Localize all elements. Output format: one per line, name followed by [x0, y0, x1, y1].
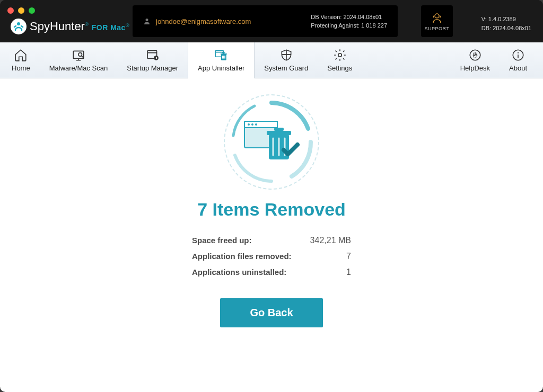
minimize-icon[interactable]	[18, 7, 24, 14]
support-icon	[430, 11, 444, 25]
tab-malware-scan[interactable]: Malware/Mac Scan	[40, 42, 118, 78]
traffic-lights	[7, 7, 35, 14]
svg-point-4	[78, 53, 82, 57]
svg-point-17	[255, 123, 257, 126]
startup-icon	[146, 48, 160, 62]
svg-point-9	[338, 54, 342, 57]
stat-label: Space freed up:	[192, 236, 252, 245]
home-icon	[14, 48, 28, 62]
shield-icon	[279, 48, 293, 62]
stat-value: 342,21 MB	[310, 236, 351, 245]
stat-row: Application files removed: 7	[192, 252, 351, 261]
header-info-box: johndoe@enigmasoftware.com DB Version: 2…	[133, 5, 398, 37]
svg-point-1	[146, 19, 148, 21]
svg-point-12	[518, 52, 519, 54]
result-headline: 7 Items Removed	[197, 199, 346, 220]
svg-point-2	[435, 14, 439, 18]
stat-row: Space freed up: 342,21 MB	[192, 236, 351, 245]
app-window: SpyHunter® FOR Mac® johndoe@enigmasoftwa…	[0, 0, 543, 392]
version-info: V: 1.4.0.2389 DB: 2024.04.08x01	[481, 15, 531, 32]
stat-label: Applications uninstalled:	[192, 268, 286, 277]
scan-icon	[72, 48, 85, 62]
titlebar: SpyHunter® FOR Mac® johndoe@enigmasoftwa…	[0, 0, 543, 42]
stat-value: 7	[346, 252, 351, 261]
result-stats: Space freed up: 342,21 MB Application fi…	[192, 236, 351, 277]
uninstaller-icon	[214, 48, 228, 62]
maximize-icon[interactable]	[29, 7, 35, 14]
trash-window-icon	[242, 118, 301, 166]
tab-helpdesk[interactable]: HelpDesk	[451, 42, 500, 78]
tab-settings[interactable]: Settings	[318, 42, 362, 78]
svg-rect-20	[274, 128, 284, 131]
svg-point-16	[251, 123, 253, 126]
app-logo: SpyHunter® FOR Mac®	[11, 19, 129, 34]
svg-rect-19	[267, 131, 291, 135]
tab-startup-manager[interactable]: Startup Manager	[117, 42, 188, 78]
main-toolbar: Home Malware/Mac Scan Startup Manager Ap…	[0, 42, 543, 78]
main-content: 7 Items Removed Space freed up: 342,21 M…	[0, 78, 543, 392]
tab-home[interactable]: Home	[2, 42, 40, 78]
stat-label: Application files removed:	[192, 252, 292, 261]
db-info: DB Version: 2024.04.08x01 Protecting Aga…	[311, 13, 387, 30]
svg-point-0	[17, 22, 20, 25]
stat-value: 1	[346, 268, 351, 277]
stat-row: Applications uninstalled: 1	[192, 268, 351, 277]
tab-app-uninstaller[interactable]: App Uninstaller	[188, 42, 255, 78]
svg-point-15	[248, 123, 250, 126]
support-button[interactable]: SUPPORT	[421, 5, 453, 37]
result-illustration	[224, 94, 319, 190]
tab-system-guard[interactable]: System Guard	[255, 42, 318, 78]
info-icon	[511, 48, 525, 62]
app-name: SpyHunter® FOR Mac®	[30, 20, 129, 33]
logo-mark-icon	[11, 19, 27, 34]
tab-about[interactable]: About	[500, 42, 537, 78]
close-icon[interactable]	[7, 7, 14, 14]
gear-icon	[333, 48, 347, 62]
helpdesk-icon	[468, 48, 482, 62]
go-back-button[interactable]: Go Back	[220, 298, 322, 327]
user-email[interactable]: johndoe@enigmasoftware.com	[143, 17, 251, 25]
user-icon	[143, 17, 151, 25]
